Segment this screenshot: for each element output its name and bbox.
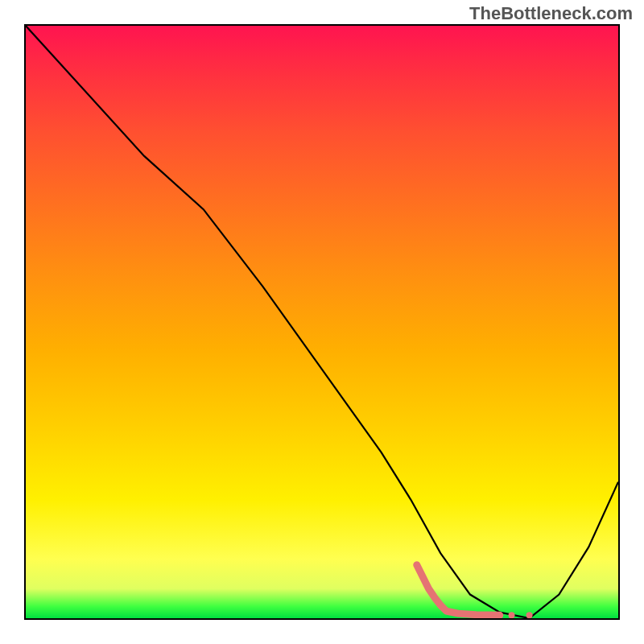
chart-plot-area [24, 24, 620, 620]
watermark-text: TheBottleneck.com [469, 3, 633, 24]
highlight-stroke [417, 565, 500, 616]
highlight-dot [526, 612, 533, 618]
highlight-dot [509, 612, 515, 618]
bottleneck-curve-line [26, 26, 618, 618]
highlight-markers [417, 565, 533, 618]
chart-svg [26, 26, 618, 618]
